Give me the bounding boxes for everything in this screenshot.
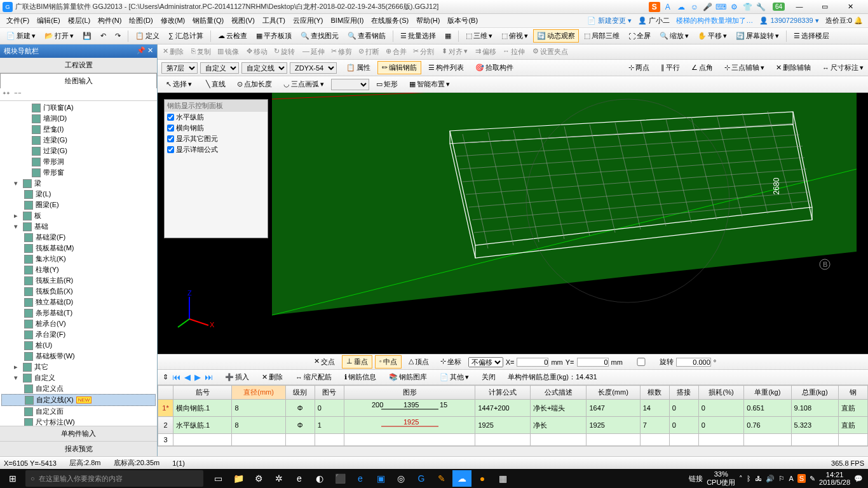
snap-mid[interactable]: ◦ 中点 bbox=[375, 355, 402, 369]
tree-item[interactable]: 自定义线(X)NEW bbox=[1, 394, 156, 406]
tree-item[interactable]: 承台梁(F) bbox=[1, 329, 156, 340]
rect-button[interactable]: ▭ 矩形 bbox=[372, 78, 402, 91]
tray-sogou-icon[interactable]: S bbox=[797, 474, 806, 483]
two-point-button[interactable]: ⊹ 两点 bbox=[624, 61, 654, 74]
tree-item[interactable]: 基础板带(W) bbox=[1, 351, 156, 362]
tool-icon-a[interactable]: A bbox=[662, 2, 674, 12]
tree-item[interactable]: 自定义点 bbox=[1, 383, 156, 394]
tool-icon-smile[interactable]: ☺ bbox=[689, 2, 700, 12]
tab-project-setting[interactable]: 工程设置 bbox=[0, 58, 157, 73]
tree-item[interactable]: 带形窗 bbox=[1, 167, 156, 178]
batch-button[interactable]: ☰ 批量选择 bbox=[397, 29, 440, 43]
component-tree[interactable]: 门联窗(A)墙洞(D)壁龛(I)连梁(G)过梁(G)带形洞带形窗▾梁梁(L)圈梁… bbox=[0, 101, 157, 426]
view-rebar-button[interactable]: 🔍 查看钢筋 bbox=[344, 29, 390, 43]
dim-button[interactable]: ↔ 尺寸标注 ▾ bbox=[818, 61, 868, 74]
collapse-icon[interactable]: ⁻⁻ bbox=[14, 90, 22, 98]
user-number[interactable]: 👤 13907298339 ▾ bbox=[759, 17, 818, 25]
app-icon-5[interactable]: ▣ bbox=[371, 470, 390, 487]
app-icon-2[interactable]: ✲ bbox=[269, 470, 288, 487]
app-icon-4[interactable]: ⬛ bbox=[330, 470, 349, 487]
tree-item[interactable]: 带形洞 bbox=[1, 156, 156, 167]
code-select[interactable]: ZDYX-54 bbox=[290, 62, 337, 74]
add-length-button[interactable]: ⊙ 点加长度 bbox=[233, 78, 276, 91]
et-extend[interactable]: — 延伸 bbox=[300, 46, 327, 58]
app-icon-8[interactable]: ✎ bbox=[432, 470, 451, 487]
tree-item[interactable]: ▾自定义 bbox=[1, 372, 156, 383]
tray-up-icon[interactable]: ˄ bbox=[739, 475, 743, 483]
snap-vert[interactable]: ⊥ 垂点 bbox=[342, 355, 372, 369]
tree-item[interactable]: 独立基础(D) bbox=[1, 297, 156, 308]
et-merge[interactable]: ⊕ 合并 bbox=[383, 46, 409, 58]
tbl-close[interactable]: 关闭 bbox=[477, 370, 500, 384]
3d-button[interactable]: ⬚ 三维 ▾ bbox=[462, 29, 496, 43]
find-button[interactable]: 🔍 查找图元 bbox=[297, 29, 342, 43]
select-mode-button[interactable]: ↖ 选择 ▾ bbox=[161, 78, 196, 91]
et-mirror[interactable]: ▥ 镜像 bbox=[215, 46, 241, 58]
y-input[interactable] bbox=[577, 358, 609, 367]
et-move[interactable]: ✥ 移动 bbox=[244, 46, 270, 58]
tree-item[interactable]: 壁龛(I) bbox=[1, 124, 156, 135]
three-axis-button[interactable]: ⊹ 三点辅轴 ▾ bbox=[720, 61, 769, 74]
tree-item[interactable]: 筏板基础(M) bbox=[1, 243, 156, 254]
explorer-icon[interactable]: 📁 bbox=[229, 470, 248, 487]
empty-select[interactable] bbox=[331, 79, 369, 90]
et-delete[interactable]: ✕ 删除 bbox=[160, 46, 186, 58]
chk-formula[interactable] bbox=[167, 146, 174, 153]
smart-button[interactable]: ▦ 智能布置 ▾ bbox=[405, 78, 454, 91]
angle-input[interactable] bbox=[676, 358, 711, 367]
new-button[interactable]: 📄 新建 ▾ bbox=[3, 29, 39, 43]
menu-modify[interactable]: 修改(M) bbox=[157, 15, 189, 27]
tool-icon-cloud[interactable]: ☁ bbox=[675, 2, 687, 12]
menu-rebar[interactable]: 钢筋量(Q) bbox=[189, 15, 227, 27]
menu-help[interactable]: 帮助(H) bbox=[412, 15, 444, 27]
pick-button[interactable]: 🎯 拾取构件 bbox=[471, 61, 518, 74]
tray-net-icon[interactable]: 🖧 bbox=[755, 475, 762, 482]
nav-last[interactable]: ⏭ bbox=[205, 372, 213, 382]
et-copy[interactable]: ⎘ 复制 bbox=[189, 46, 214, 58]
tree-item[interactable]: 条形基础(T) bbox=[1, 308, 156, 318]
cloud-check-button[interactable]: ☁ 云检查 bbox=[214, 29, 251, 43]
windows-start[interactable]: ⊞ bbox=[0, 473, 25, 484]
x-input[interactable] bbox=[517, 358, 548, 367]
collapse-table-icon[interactable]: ⇕ bbox=[163, 373, 168, 381]
app-icon-7[interactable]: G bbox=[412, 470, 431, 487]
et-stretch[interactable]: ↔ 拉伸 bbox=[500, 46, 527, 58]
menu-view[interactable]: 视图(V) bbox=[227, 15, 259, 27]
expand-icon[interactable]: ⁺⁺ bbox=[3, 90, 10, 98]
floor-select[interactable]: 第7层 bbox=[161, 62, 198, 74]
define-button[interactable]: 📋 定义 bbox=[132, 29, 163, 43]
tray-notif-icon[interactable]: 💬 bbox=[854, 475, 863, 483]
tbl-info[interactable]: ℹ 钢筋信息 bbox=[340, 370, 381, 384]
tool-icon-mic[interactable]: 🎤 bbox=[702, 2, 714, 12]
tree-item[interactable]: 桩承台(V) bbox=[1, 318, 156, 329]
rotate-button[interactable]: 🔄 屏幕旋转 ▾ bbox=[732, 29, 783, 43]
top-view-button[interactable]: ⬚ 俯视 ▾ bbox=[498, 29, 532, 43]
tbl-insert[interactable]: ➕ 插入 bbox=[220, 370, 254, 384]
table-row[interactable]: 3 bbox=[158, 434, 868, 446]
zoom-button[interactable]: 🔍 缩放 ▾ bbox=[656, 29, 693, 43]
tbl-scale[interactable]: ↔ 缩尺配筋 bbox=[291, 370, 336, 384]
pan-button[interactable]: ✋ 平移 ▾ bbox=[694, 29, 731, 43]
table-row[interactable]: 1*横向钢筋.18Φ02001395151447+200净长+端头1647140… bbox=[158, 400, 868, 417]
open-button[interactable]: 📂 打开 ▾ bbox=[41, 29, 78, 43]
tree-item[interactable]: ▾基础 bbox=[1, 221, 156, 232]
undo-icon[interactable]: ↶ bbox=[97, 30, 110, 42]
horizontal-scrollbar[interactable] bbox=[158, 446, 868, 456]
chk-other[interactable] bbox=[167, 135, 174, 142]
snap-coord[interactable]: ⊹ 坐标 bbox=[436, 355, 466, 369]
app-icon-9[interactable]: ☁ bbox=[452, 470, 471, 487]
chk-horiz[interactable] bbox=[167, 114, 174, 121]
redo-icon[interactable]: ↷ bbox=[111, 30, 125, 42]
nav-next[interactable]: ▶ bbox=[194, 372, 201, 382]
arc-button[interactable]: ◡ 三点画弧 ▾ bbox=[279, 78, 329, 91]
sogou-icon[interactable]: S bbox=[649, 2, 660, 12]
tray-ime-icon[interactable]: A bbox=[789, 475, 793, 482]
edge-icon[interactable]: e bbox=[290, 470, 309, 487]
tree-item[interactable]: ▾梁 bbox=[1, 178, 156, 189]
menu-cloud[interactable]: 云应用(Y) bbox=[289, 15, 327, 27]
menu-floor[interactable]: 楼层(L) bbox=[64, 15, 94, 27]
snap-cross[interactable]: ✕ 交点 bbox=[309, 355, 339, 369]
menu-version[interactable]: 版本号(B) bbox=[444, 15, 482, 27]
task-view-icon[interactable]: ▭ bbox=[208, 470, 227, 487]
ie-icon[interactable]: e bbox=[351, 470, 370, 487]
